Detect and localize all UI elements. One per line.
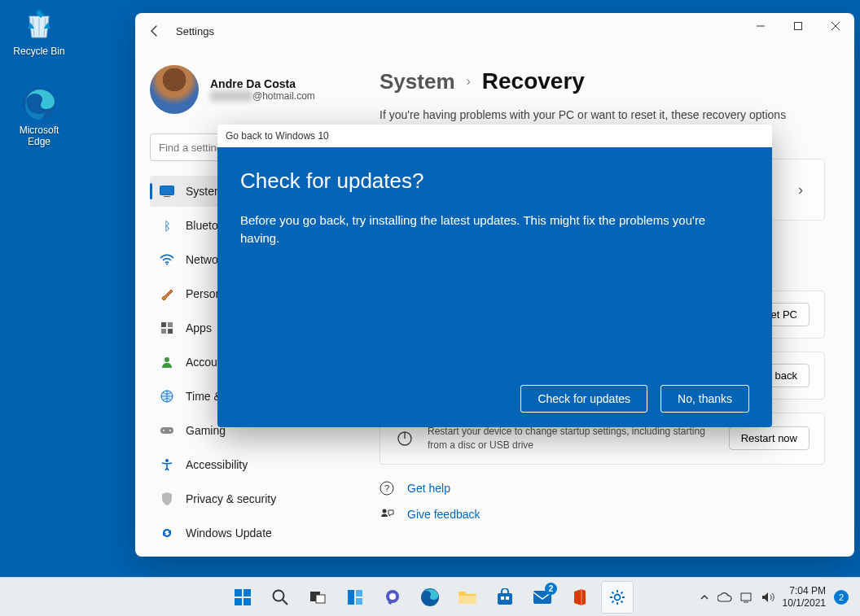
close-button[interactable] bbox=[817, 13, 854, 39]
start-button[interactable] bbox=[226, 581, 259, 614]
svg-point-16 bbox=[163, 430, 165, 431]
date: 10/1/2021 bbox=[783, 597, 826, 609]
recycle-bin-icon bbox=[21, 7, 57, 42]
svg-rect-34 bbox=[356, 598, 362, 605]
card-text: Restart your device to change startup se… bbox=[428, 425, 716, 452]
svg-rect-41 bbox=[506, 596, 509, 600]
mail[interactable]: 2 bbox=[526, 581, 559, 614]
onedrive-icon[interactable] bbox=[717, 592, 732, 602]
system-icon bbox=[160, 184, 174, 199]
give-feedback-link[interactable]: Give feedback bbox=[380, 507, 825, 522]
feedback-icon bbox=[380, 507, 396, 522]
chat[interactable] bbox=[376, 581, 409, 614]
nav-label: Accessibility bbox=[186, 458, 248, 471]
brush-icon bbox=[160, 286, 174, 301]
tray-overflow[interactable] bbox=[700, 592, 709, 602]
svg-point-8 bbox=[166, 264, 168, 265]
modal-title: Go back to Windows 10 bbox=[217, 125, 772, 147]
breadcrumb-parent[interactable]: System bbox=[380, 69, 455, 94]
svg-point-17 bbox=[169, 430, 171, 431]
profile-email: xxxxxxxx@hotmail.com bbox=[210, 90, 315, 102]
svg-rect-44 bbox=[741, 593, 751, 601]
svg-rect-38 bbox=[459, 596, 476, 604]
nav-label: Windows Update bbox=[186, 526, 272, 540]
help-icon: ? bbox=[380, 481, 396, 496]
shield-icon bbox=[160, 491, 174, 506]
network-tray-icon[interactable] bbox=[740, 592, 753, 603]
taskbar: 2 7:04 PM 10/1/2021 2 bbox=[0, 577, 860, 616]
office[interactable] bbox=[564, 581, 596, 614]
desktop-icon-edge[interactable]: Microsoft Edge bbox=[8, 85, 70, 147]
maximize-button[interactable] bbox=[779, 13, 817, 39]
minimize-button[interactable] bbox=[742, 13, 779, 39]
clock[interactable]: 7:04 PM 10/1/2021 bbox=[783, 585, 826, 609]
svg-point-43 bbox=[615, 594, 621, 600]
svg-line-29 bbox=[283, 600, 287, 605]
svg-rect-15 bbox=[160, 427, 173, 434]
get-help-link[interactable]: ?Get help bbox=[380, 481, 825, 496]
breadcrumb: System › Recovery bbox=[380, 68, 825, 94]
nav-item-update[interactable]: Windows Update bbox=[150, 518, 365, 548]
notification-center[interactable]: 2 bbox=[834, 590, 849, 605]
desktop-icon-recycle-bin[interactable]: Recycle Bin bbox=[8, 7, 70, 57]
update-icon bbox=[160, 526, 174, 540]
time: 7:04 PM bbox=[783, 585, 826, 596]
chevron-right-icon: › bbox=[467, 74, 471, 89]
titlebar: Settings bbox=[135, 13, 854, 49]
modal-body-text: Before you go back, try installing the l… bbox=[240, 212, 713, 247]
avatar bbox=[150, 65, 199, 114]
svg-rect-32 bbox=[348, 590, 354, 605]
edge-icon bbox=[21, 85, 57, 121]
globe-icon bbox=[160, 389, 174, 404]
back-button[interactable] bbox=[147, 23, 163, 39]
svg-rect-10 bbox=[168, 322, 173, 327]
system-tray bbox=[700, 592, 774, 603]
nav-label: Privacy & security bbox=[186, 492, 276, 505]
store[interactable] bbox=[489, 581, 521, 614]
svg-rect-2 bbox=[795, 23, 802, 30]
no-thanks-button[interactable]: No, thanks bbox=[660, 385, 749, 413]
svg-point-23 bbox=[383, 509, 387, 513]
profile[interactable]: Andre Da Costa xxxxxxxx@hotmail.com bbox=[150, 65, 365, 114]
page-title: Recovery bbox=[482, 68, 585, 94]
gaming-icon bbox=[160, 423, 174, 438]
wifi-icon bbox=[160, 252, 174, 267]
check-updates-button[interactable]: Check for updates bbox=[520, 385, 647, 413]
apps-icon bbox=[160, 321, 174, 335]
svg-point-18 bbox=[165, 459, 169, 462]
svg-rect-12 bbox=[168, 329, 173, 334]
window-title: Settings bbox=[176, 25, 214, 37]
taskbar-settings[interactable] bbox=[601, 581, 634, 614]
restart-now-button[interactable]: Restart now bbox=[729, 426, 810, 450]
file-explorer[interactable] bbox=[451, 581, 484, 614]
person-icon bbox=[160, 355, 174, 369]
profile-name: Andre Da Costa bbox=[210, 77, 315, 90]
widgets[interactable] bbox=[339, 581, 371, 614]
modal-heading: Check for updates? bbox=[240, 168, 749, 194]
nav-item-accessibility[interactable]: Accessibility bbox=[150, 449, 365, 480]
svg-rect-27 bbox=[244, 598, 251, 605]
nav-label: Apps bbox=[186, 321, 212, 334]
svg-rect-11 bbox=[161, 329, 166, 334]
svg-point-28 bbox=[274, 590, 284, 601]
svg-rect-39 bbox=[498, 593, 512, 605]
desktop-icon-label: Microsoft Edge bbox=[8, 125, 70, 147]
svg-rect-25 bbox=[244, 589, 251, 596]
task-view[interactable] bbox=[301, 581, 334, 614]
svg-rect-26 bbox=[235, 598, 242, 605]
svg-rect-31 bbox=[316, 595, 325, 603]
taskbar-edge[interactable] bbox=[414, 581, 446, 614]
power-icon bbox=[395, 429, 415, 448]
svg-rect-40 bbox=[501, 596, 504, 600]
taskbar-search[interactable] bbox=[264, 581, 296, 614]
go-back-modal: Go back to Windows 10 Check for updates?… bbox=[217, 125, 772, 427]
svg-rect-24 bbox=[235, 589, 242, 596]
bluetooth-icon: ᛒ bbox=[160, 218, 174, 233]
svg-rect-6 bbox=[160, 186, 174, 195]
svg-rect-9 bbox=[161, 322, 166, 327]
nav-item-privacy[interactable]: Privacy & security bbox=[150, 483, 365, 514]
volume-icon[interactable] bbox=[761, 592, 774, 603]
svg-text:?: ? bbox=[384, 483, 389, 493]
svg-point-13 bbox=[165, 357, 169, 362]
chevron-right-icon: › bbox=[792, 181, 810, 199]
